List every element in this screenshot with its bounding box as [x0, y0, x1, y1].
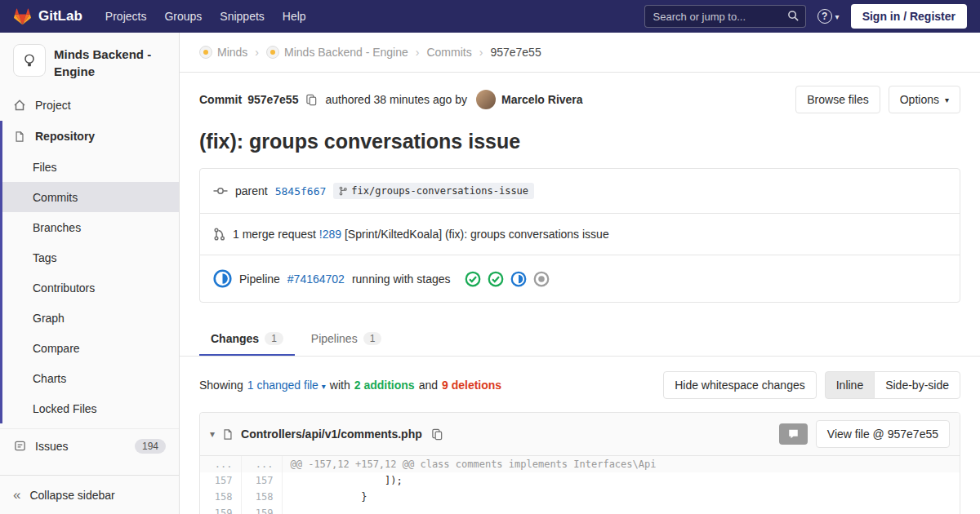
new-line-number: ... — [241, 456, 282, 472]
parent-label: parent — [235, 184, 268, 197]
top-navbar: GitLab Projects Groups Snippets Help ? ▾… — [0, 0, 980, 33]
stage-success-icon[interactable] — [488, 271, 504, 287]
nav-groups[interactable]: Groups — [164, 10, 202, 23]
parent-row: parent 5845f667 fix/groups-conversations… — [200, 169, 960, 213]
commit-meta-row: Commit 957e7e55 authored 38 minutes ago … — [180, 73, 980, 113]
new-line-number[interactable]: 157 — [241, 472, 282, 489]
file-text-icon — [222, 428, 234, 441]
nav-help[interactable]: Help — [283, 10, 306, 23]
view-file-button[interactable]: View file @ 957e7e55 — [816, 420, 950, 448]
sidebar-item-project[interactable]: Project — [0, 90, 179, 121]
pipeline-row: Pipeline #74164702 running with stages — [200, 255, 960, 302]
diff-row: 158 158 } — [200, 489, 960, 505]
collapse-sidebar-label: Collapse sidebar — [29, 489, 114, 502]
author-avatar[interactable] — [476, 90, 496, 109]
new-line-number[interactable]: 158 — [241, 489, 282, 505]
breadcrumb-separator: › — [479, 46, 483, 59]
commit-label: Commit — [199, 93, 242, 106]
sidebar-item-label: Repository — [35, 130, 95, 143]
commit-info-box: parent 5845f667 fix/groups-conversations… — [199, 168, 960, 303]
help-dropdown[interactable]: ? ▾ — [817, 9, 840, 24]
diff-file: ▾ Controllers/api/v1/comments.php View f… — [199, 412, 960, 514]
toggle-comments-button[interactable] — [779, 423, 808, 445]
tab-changes[interactable]: Changes 1 — [199, 322, 295, 356]
project-context-header[interactable]: Minds Backend - Engine — [0, 33, 179, 90]
diff-hunk-row: ... ... @@ -157,12 +157,12 @@ class comm… — [200, 456, 960, 472]
chevron-down-icon: ▾ — [945, 95, 949, 104]
collapse-diff-caret-icon[interactable]: ▾ — [210, 428, 215, 440]
diff-view-toggle: Inline Side-by-side — [825, 371, 960, 399]
inline-view-button[interactable]: Inline — [825, 371, 875, 399]
copy-file-path-button[interactable] — [430, 427, 445, 442]
copy-icon — [431, 428, 443, 441]
parent-sha-link[interactable]: 5845f667 — [275, 185, 327, 197]
hide-whitespace-button[interactable]: Hide whitespace changes — [663, 371, 817, 399]
deletions-count: 9 deletions — [442, 379, 501, 392]
nav-snippets[interactable]: Snippets — [220, 10, 264, 23]
sidebar-item-issues[interactable]: Issues 194 — [0, 428, 179, 463]
changed-files-dropdown[interactable]: 1 changed file ▾ — [247, 379, 326, 392]
breadcrumb-project[interactable]: Minds Backend - Engine — [266, 46, 408, 59]
branch-ref-badge[interactable]: fix/groups-conversations-issue — [333, 183, 534, 199]
pipeline-id-link[interactable]: #74164702 — [287, 273, 345, 286]
sidebar-item-graph[interactable]: Graph — [2, 303, 179, 333]
new-line-number[interactable]: 159 — [241, 505, 282, 514]
breadcrumb: Minds › Minds Backend - Engine › Commits… — [180, 33, 980, 73]
sidebar-item-contributors[interactable]: Contributors — [2, 273, 179, 303]
commit-sha: 957e7e55 — [247, 93, 298, 106]
sidebar-item-label: Issues — [35, 440, 68, 453]
tab-pipelines[interactable]: Pipelines 1 — [300, 322, 394, 356]
stage-created-icon[interactable] — [533, 271, 550, 287]
nav-projects[interactable]: Projects — [105, 10, 147, 23]
mr-text: 1 merge request !289 [Sprint/KiltedKoala… — [233, 228, 609, 241]
gitlab-logo[interactable]: GitLab — [13, 7, 82, 25]
breadcrumb-current-sha: 957e7e55 — [490, 46, 541, 59]
sidebar-item-charts[interactable]: Charts — [2, 363, 179, 393]
main-content: Minds › Minds Backend - Engine › Commits… — [180, 33, 980, 514]
browse-files-button[interactable]: Browse files — [795, 86, 880, 113]
old-line-number[interactable]: 157 — [200, 472, 241, 489]
breadcrumb-separator: › — [416, 46, 420, 59]
sidebar-item-files[interactable]: Files — [2, 152, 179, 182]
comment-icon — [787, 428, 800, 440]
sidebar-item-repository[interactable]: Repository — [2, 121, 179, 152]
merge-request-icon — [213, 228, 225, 241]
chevron-down-icon: ▾ — [322, 382, 326, 391]
options-dropdown-button[interactable]: Options ▾ — [889, 86, 960, 113]
gitlab-tanuki-icon — [13, 7, 32, 25]
commit-tabs: Changes 1 Pipelines 1 — [180, 322, 980, 357]
sidebar-item-compare[interactable]: Compare — [2, 333, 179, 363]
old-line-number[interactable]: 158 — [200, 489, 241, 505]
search-input[interactable] — [644, 5, 806, 28]
diff-code-line — [282, 505, 960, 514]
breadcrumb-minds[interactable]: Minds — [199, 46, 247, 59]
collapse-sidebar-button[interactable]: « Collapse sidebar — [0, 475, 179, 514]
mr-ref-link[interactable]: !289 — [319, 228, 341, 241]
commit-title: (fix): groups conversations issue — [199, 130, 960, 153]
sidebar-item-commits[interactable]: Commits — [2, 182, 179, 212]
breadcrumb-separator: › — [255, 46, 259, 59]
authored-text: authored 38 minutes ago by — [325, 93, 467, 106]
sidebar-item-locked-files[interactable]: Locked Files — [2, 393, 179, 423]
file-path[interactable]: Controllers/api/v1/comments.php — [241, 428, 422, 441]
project-title: Minds Backend - Engine — [54, 44, 166, 80]
sign-in-button[interactable]: Sign in / Register — [851, 4, 967, 29]
repository-icon — [13, 131, 26, 143]
stage-success-icon[interactable] — [465, 271, 481, 287]
chevron-down-icon: ▾ — [835, 12, 840, 21]
sidebar-item-branches[interactable]: Branches — [2, 212, 179, 242]
stage-running-icon[interactable] — [510, 271, 527, 287]
copy-sha-button[interactable] — [304, 92, 319, 108]
showing-text: Showing — [199, 379, 243, 392]
breadcrumb-commits[interactable]: Commits — [426, 46, 471, 59]
pipeline-running-icon[interactable] — [213, 269, 232, 288]
global-search — [644, 5, 806, 28]
sidebar-item-tags[interactable]: Tags — [2, 242, 179, 273]
project-avatar — [13, 44, 46, 77]
author-name[interactable]: Marcelo Rivera — [501, 93, 583, 106]
and-text: and — [419, 379, 438, 392]
side-by-side-view-button[interactable]: Side-by-side — [874, 371, 960, 399]
pipeline-status-text: running with stages — [352, 273, 451, 286]
diff-code-line: @@ -157,12 +157,12 @@ class comments imp… — [282, 456, 960, 472]
old-line-number[interactable]: 159 — [200, 505, 241, 514]
